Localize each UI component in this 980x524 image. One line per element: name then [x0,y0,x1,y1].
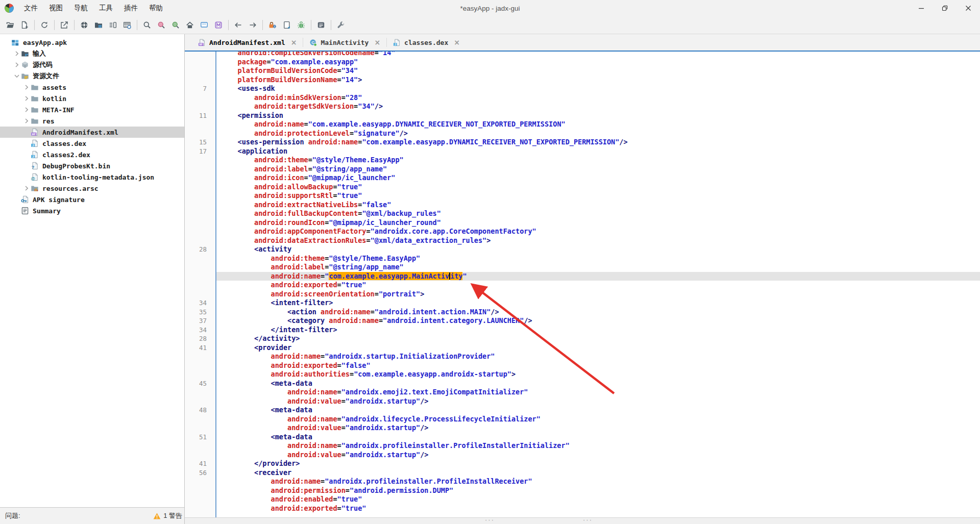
code-line[interactable]: android:theme="@style/Theme.EasyApp" [221,254,980,263]
tree-item-res[interactable]: res [0,115,184,127]
code-line[interactable]: android:supportsRtl="true" [221,191,980,201]
tree-item-kotlin-tooling-metadata-json[interactable]: @kotlin-tooling-metadata.json [0,171,184,183]
comment-button[interactable] [197,18,211,32]
code-line[interactable]: <uses-permission android:name="com.examp… [221,138,980,147]
close-icon[interactable]: × [374,38,380,46]
debug-button[interactable] [294,18,308,32]
code-line[interactable]: android:value="androidx.startup"/> [221,397,980,406]
code-line[interactable]: <intent-filter> [221,298,980,308]
tree-item-resources[interactable]: 资源文件 [0,70,184,82]
log-viewer-button[interactable] [314,18,328,32]
code-line[interactable]: <receiver [221,468,980,478]
code-line[interactable]: android:roundIcon="@mipmap/ic_launcher_r… [221,218,980,228]
code-line[interactable]: android:appComponentFactory="androidx.co… [221,227,980,236]
mark-m-button[interactable] [211,18,226,32]
menu-item-5[interactable]: 帮助 [143,0,168,16]
restore-button[interactable] [933,0,957,16]
wheel-button[interactable] [77,18,91,32]
code-line[interactable]: android:permission="android.permission.D… [221,486,980,495]
splitter-dots[interactable]: ··· [583,516,593,523]
reload-button[interactable] [37,18,52,32]
chevron-right-icon[interactable] [22,184,31,192]
code-line-current[interactable]: android:name="com.example.easyapp.MainAc… [216,272,980,281]
menu-item-4[interactable]: 插件 [118,0,143,16]
code-line[interactable]: android:authorities="com.example.easyapp… [221,370,980,379]
tree-item-assets[interactable]: assets [0,82,184,93]
code-area[interactable]: android:compileSdkVersionCodename="14" p… [216,52,980,517]
tree-item-input[interactable]: 输入 [0,48,184,59]
tab-mainactivity[interactable]: CMainActivity× [303,34,386,51]
tree-item-classes2-dex[interactable]: Jclasses2.dex [0,149,184,160]
flat-list-button[interactable] [106,18,120,32]
chevron-down-icon[interactable] [13,72,21,80]
home-button[interactable] [183,18,197,32]
chevron-right-icon[interactable] [22,94,31,103]
forward-button[interactable] [246,18,260,32]
code-line[interactable]: <provider [221,343,980,353]
tree-item-resources-arsc[interactable]: resources.arsc [0,183,184,194]
tree-item-easyapp-apk[interactable]: easyApp.apk [0,37,184,48]
code-line[interactable]: android:dataExtractionRules="@xml/data_e… [221,236,980,245]
code-line[interactable]: android:label="@string/app_name" [221,263,980,272]
code-line[interactable]: android:name="androidx.profileinstaller.… [221,441,980,451]
menu-item-2[interactable]: 导航 [68,0,93,16]
chevron-right-icon[interactable] [13,49,21,58]
tree-item-kotlin[interactable]: kotlin [0,93,184,104]
code-line[interactable]: <meta-data [221,433,980,442]
code-line[interactable]: platformBuildVersionCode="34" [221,66,980,76]
text-search-button[interactable] [140,18,154,32]
code-line[interactable]: android:fullBackupContent="@xml/backup_r… [221,209,980,218]
code-line[interactable]: android:exported="true" [221,281,980,290]
splitter-dots[interactable]: ··· [485,516,495,523]
code-line[interactable]: android:theme="@style/Theme.EasyApp" [221,156,980,165]
code-line[interactable]: android:name="com.example.easyapp.DYNAMI… [221,120,980,129]
code-line[interactable]: android:allowBackup="true" [221,183,980,192]
packages-button[interactable] [91,18,106,32]
tab-classes-dex[interactable]: Jclasses.dex× [387,34,466,51]
code-line[interactable]: <activity [221,245,980,254]
tab-androidmanifest-xml[interactable]: MFAndroidManifest.xml× [192,34,303,51]
preferences-button[interactable] [334,18,348,32]
code-line[interactable]: <category android:name="android.intent.c… [221,316,980,326]
close-icon[interactable]: × [291,38,297,46]
tree-item-androidmanifest-xml[interactable]: MFAndroidManifest.xml [0,127,184,138]
code-line[interactable]: android:label="@string/app_name" [221,165,980,174]
tree-item-apk-signature[interactable]: APK signature [0,194,184,205]
warning-badge[interactable]: 1 警告 [153,511,182,520]
code-line[interactable]: </provider> [221,459,980,468]
rename-button[interactable] [280,18,294,32]
tree-item-meta-inf[interactable]: META-INF [0,104,184,115]
tree-item-debugprobeskt-bin[interactable]: ?DebugProbesKt.bin [0,160,184,171]
comment-search-button[interactable] [168,18,183,32]
code-line[interactable]: android:extractNativeLibs="false" [221,201,980,210]
deobfuscation-button[interactable] [265,18,280,32]
code-line[interactable]: android:value="androidx.startup"/> [221,423,980,433]
chevron-right-icon[interactable] [22,117,31,125]
code-line[interactable]: <meta-data [221,406,980,415]
code-line[interactable]: android:exported="true" [221,504,980,513]
chevron-right-icon[interactable] [22,106,31,114]
code-line[interactable]: <uses-sdk [221,84,980,93]
code-line[interactable]: android:name="androidx.profileinstaller.… [221,477,980,486]
code-line[interactable]: android:enabled="true" [221,495,980,504]
code-line[interactable]: <meta-data [221,379,980,388]
code-line[interactable]: android:screenOrientation="portrait"> [221,290,980,299]
tree-item-source-code[interactable]: 源代码 [0,59,184,70]
code-line[interactable]: </activity> [221,334,980,343]
code-line[interactable]: android:name="androidx.lifecycle.Process… [221,415,980,424]
code-line[interactable]: android:compileSdkVersionCodename="14" [221,52,980,58]
code-line[interactable]: android:icon="@mipmap/ic_launcher" [221,173,980,183]
chevron-right-icon[interactable] [13,61,21,69]
menu-item-0[interactable]: 文件 [18,0,43,16]
back-button[interactable] [231,18,246,32]
code-editor[interactable]: 7111517283435373428414548514156 android:… [185,52,980,517]
tree-item-classes-dex[interactable]: Jclasses.dex [0,138,184,149]
minimize-button[interactable] [910,0,933,16]
code-line[interactable]: android:minSdkVersion="28" [221,93,980,103]
code-line[interactable]: package="com.example.easyapp" [221,58,980,67]
code-line[interactable]: android:name="androidx.startup.Initializ… [221,352,980,361]
code-line[interactable]: android:value="androidx.startup"/> [221,451,980,460]
menu-item-3[interactable]: 工具 [93,0,118,16]
close-icon[interactable]: × [454,38,460,46]
code-line[interactable]: android:targetSdkVersion="34"/> [221,102,980,111]
